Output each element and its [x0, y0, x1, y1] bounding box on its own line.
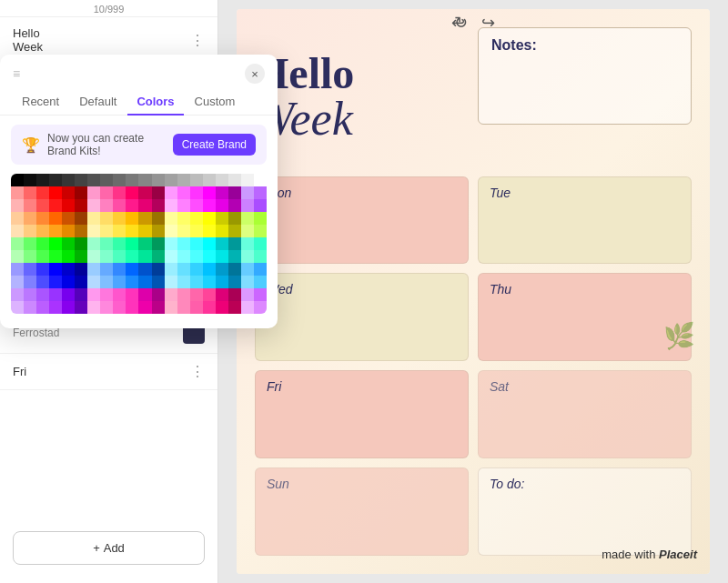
color-cell[interactable] [87, 301, 100, 314]
color-cell[interactable] [126, 237, 138, 250]
color-cell[interactable] [152, 174, 165, 186]
tab-recent[interactable]: Recent [13, 89, 68, 116]
color-cell[interactable] [177, 186, 190, 199]
color-cell[interactable] [228, 250, 241, 263]
color-cell[interactable] [75, 186, 87, 199]
color-cell[interactable] [75, 225, 87, 237]
create-brand-button[interactable]: Create Brand [173, 134, 256, 156]
color-cell[interactable] [100, 263, 113, 276]
color-cell[interactable] [87, 250, 100, 263]
color-cell[interactable] [49, 186, 62, 199]
color-cell[interactable] [254, 263, 267, 276]
color-cell[interactable] [24, 199, 36, 212]
color-cell[interactable] [75, 199, 87, 212]
color-cell[interactable] [113, 250, 126, 263]
color-cell[interactable] [254, 288, 267, 301]
color-cell[interactable] [113, 212, 126, 225]
close-button[interactable]: × [245, 64, 265, 84]
tab-default[interactable]: Default [70, 89, 126, 116]
color-cell[interactable] [75, 250, 87, 263]
color-cell[interactable] [165, 263, 177, 276]
color-cell[interactable] [87, 237, 100, 250]
color-cell[interactable] [49, 276, 62, 288]
color-cell[interactable] [152, 263, 165, 276]
color-cell[interactable] [126, 212, 138, 225]
color-cell[interactable] [62, 174, 75, 186]
color-cell[interactable] [216, 212, 228, 225]
color-cell[interactable] [100, 237, 113, 250]
color-cell[interactable] [241, 199, 254, 212]
color-cell[interactable] [11, 276, 24, 288]
redo-button[interactable]: ↪ [481, 13, 495, 33]
color-cell[interactable] [36, 174, 49, 186]
tab-colors[interactable]: Colors [127, 89, 183, 116]
color-cell[interactable] [177, 174, 190, 186]
color-cell[interactable] [152, 212, 165, 225]
color-cell[interactable] [203, 250, 216, 263]
color-cell[interactable] [113, 276, 126, 288]
color-cell[interactable] [165, 288, 177, 301]
color-cell[interactable] [203, 212, 216, 225]
color-cell[interactable] [254, 301, 267, 314]
color-cell[interactable] [138, 263, 151, 276]
color-cell[interactable] [241, 237, 254, 250]
color-cell[interactable] [254, 212, 267, 225]
color-cell[interactable] [228, 225, 241, 237]
color-cell[interactable] [49, 225, 62, 237]
color-cell[interactable] [203, 199, 216, 212]
layer-options-hello-week[interactable]: ⋮ [190, 32, 205, 49]
color-cell[interactable] [100, 199, 113, 212]
color-cell[interactable] [100, 186, 113, 199]
color-cell[interactable] [11, 199, 24, 212]
color-cell[interactable] [113, 174, 126, 186]
color-cell[interactable] [87, 263, 100, 276]
color-cell[interactable] [177, 263, 190, 276]
color-cell[interactable] [228, 199, 241, 212]
color-cell[interactable] [11, 237, 24, 250]
color-cell[interactable] [165, 212, 177, 225]
color-cell[interactable] [177, 212, 190, 225]
color-cell[interactable] [241, 225, 254, 237]
color-cell[interactable] [87, 199, 100, 212]
color-cell[interactable] [113, 199, 126, 212]
color-cell[interactable] [11, 263, 24, 276]
color-cell[interactable] [36, 301, 49, 314]
color-cell[interactable] [24, 288, 36, 301]
color-cell[interactable] [36, 288, 49, 301]
color-cell[interactable] [113, 186, 126, 199]
color-cell[interactable] [203, 288, 216, 301]
color-cell[interactable] [24, 225, 36, 237]
color-cell[interactable] [24, 174, 36, 186]
color-cell[interactable] [126, 301, 138, 314]
color-cell[interactable] [11, 212, 24, 225]
color-cell[interactable] [152, 288, 165, 301]
color-cell[interactable] [190, 276, 203, 288]
color-cell[interactable] [138, 250, 151, 263]
color-cell[interactable] [152, 186, 165, 199]
color-cell[interactable] [49, 250, 62, 263]
color-cell[interactable] [100, 276, 113, 288]
color-cell[interactable] [177, 276, 190, 288]
color-cell[interactable] [216, 288, 228, 301]
color-cell[interactable] [138, 212, 151, 225]
color-cell[interactable] [190, 263, 203, 276]
color-cell[interactable] [190, 250, 203, 263]
color-cell[interactable] [62, 250, 75, 263]
color-cell[interactable] [177, 225, 190, 237]
color-cell[interactable] [254, 250, 267, 263]
color-cell[interactable] [49, 263, 62, 276]
color-cell[interactable] [190, 199, 203, 212]
color-cell[interactable] [62, 199, 75, 212]
color-cell[interactable] [62, 276, 75, 288]
color-cell[interactable] [36, 186, 49, 199]
color-cell[interactable] [241, 212, 254, 225]
color-cell[interactable] [49, 212, 62, 225]
color-cell[interactable] [138, 276, 151, 288]
color-cell[interactable] [254, 174, 267, 186]
color-cell[interactable] [11, 301, 24, 314]
color-cell[interactable] [241, 288, 254, 301]
color-cell[interactable] [216, 276, 228, 288]
color-cell[interactable] [113, 237, 126, 250]
color-cell[interactable] [87, 276, 100, 288]
color-cell[interactable] [177, 199, 190, 212]
